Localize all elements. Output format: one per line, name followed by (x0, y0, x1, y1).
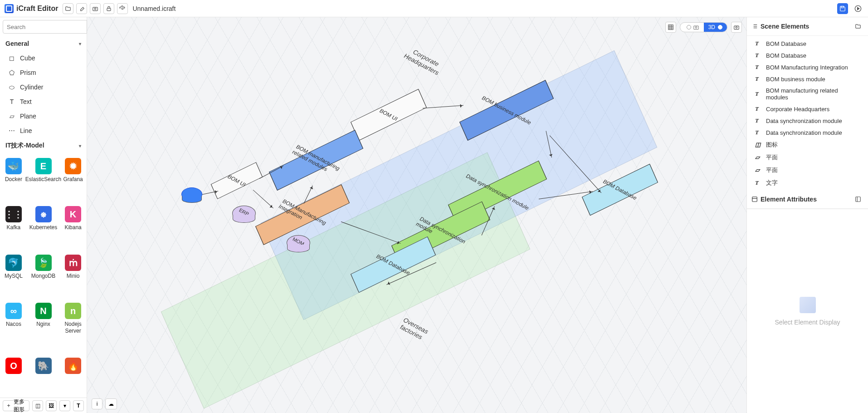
attr-expand-button[interactable] (853, 194, 863, 205)
scene-element-row[interactable]: TBOM manufacturing related modules (747, 85, 868, 103)
model-item-k8s[interactable]: ⎈Kubernetes (25, 204, 61, 250)
save-button[interactable] (837, 3, 848, 14)
model-item-kafka[interactable]: ⋮⋮Kafka (3, 204, 24, 250)
scene-element-row[interactable]: TData synchronization module (747, 127, 868, 138)
svg-point-3 (122, 8, 124, 10)
svg-rect-12 (752, 197, 757, 202)
model-item-pg[interactable]: 🐘 (25, 356, 61, 395)
shape-item-cylinder[interactable]: ⬭Cylinder (0, 80, 87, 94)
elastic-icon: E (35, 158, 52, 174)
scene-element-row[interactable]: TBOM Database (747, 49, 868, 61)
add-shape-button[interactable]: ＋ 更多图形 (3, 400, 29, 411)
model-item-minio[interactable]: ṁMinio (62, 253, 84, 298)
model-item-oracle[interactable]: O (3, 356, 24, 395)
model-item-nodejs[interactable]: nNodejs Server (62, 301, 84, 353)
shape-item-line[interactable]: ⋯Line (0, 123, 87, 138)
model-item-kibana[interactable]: KKibana (62, 204, 84, 250)
zone-hq-label: Corporate Headquarters (402, 46, 445, 76)
dropdown-button[interactable]: ▾ (59, 400, 70, 411)
model-label: MongoDB (31, 273, 55, 279)
block-bom-db-ov[interactable]: BOM Database (355, 253, 432, 276)
svg-rect-8 (693, 26, 698, 30)
scene-element-row[interactable]: ◫图标 (747, 138, 868, 151)
shape-label: Cylinder (20, 84, 43, 91)
play-button[interactable] (853, 3, 863, 14)
shape-item-text[interactable]: TText (0, 94, 87, 109)
view-2d-button[interactable] (680, 23, 704, 32)
search-input[interactable] (3, 20, 87, 34)
model-item-grafana[interactable]: ✹Grafana (62, 156, 84, 202)
canvas-area[interactable]: 3D i ☁ Corporate Headquarters Overseas f… (87, 17, 746, 413)
model-item-nacos[interactable]: ∞Nacos (3, 301, 24, 353)
element-attributes-title: Element Attributes (761, 196, 817, 203)
model-label: Grafana (63, 176, 83, 182)
element-type-icon: ▱ (755, 167, 761, 174)
image-tool-button[interactable]: 🖼 (46, 400, 57, 411)
svg-rect-0 (93, 7, 98, 11)
section-itmodel-header[interactable]: IT技术-Model ▾ (0, 138, 87, 153)
element-label: 平面 (766, 166, 778, 174)
text-tool-button[interactable]: T (73, 400, 84, 411)
element-type-icon: T (755, 40, 761, 47)
block-data-sync-ov[interactable]: Data synchronization module (395, 221, 486, 244)
edit-button[interactable] (76, 3, 87, 14)
model-item-mysql[interactable]: 🐬MySQL (3, 253, 24, 298)
scene-element-row[interactable]: T文字 (747, 177, 868, 189)
scene-element-row[interactable]: TBOM Database (747, 38, 868, 49)
scene-element-row[interactable]: TCorporate Headquarters (747, 103, 868, 115)
scene-element-row[interactable]: ▱平面 (747, 151, 868, 164)
screenshot-button[interactable] (90, 3, 101, 14)
settings-button[interactable] (117, 3, 128, 14)
block-bom-mfg-related[interactable]: BOM manufacturing related modules (273, 149, 359, 172)
cube-tool-button[interactable]: ◫ (32, 400, 43, 411)
scene-element-row[interactable]: TBOM Manufacturing Integration (747, 61, 868, 73)
cyl-erp[interactable]: ERP (232, 206, 256, 221)
cube-icon: ◻ (8, 54, 15, 62)
model-item-elastic[interactable]: EEslasticSearch (25, 156, 61, 202)
k8s-icon: ⎈ (35, 206, 52, 222)
layers-button[interactable]: ☁ (105, 398, 117, 409)
view-3d-button[interactable]: 3D (704, 23, 727, 32)
scene-elements-title: Scene Elements (761, 23, 809, 30)
diagram-scene[interactable]: Corporate Headquarters Overseas factorie… (87, 17, 746, 413)
shape-item-prism[interactable]: ⬠Prism (0, 65, 87, 80)
model-item-nginx[interactable]: NNginx (25, 301, 61, 353)
block-bom-ui-ov[interactable]: BOM UI (214, 172, 259, 190)
open-file-button[interactable] (63, 3, 73, 14)
model-label: EslasticSearch (25, 176, 61, 182)
scene-element-row[interactable]: TData synchronization module (747, 115, 868, 127)
grafana-icon: ✹ (65, 158, 81, 174)
element-type-icon: ◫ (755, 141, 761, 148)
lock-button[interactable] (103, 3, 114, 14)
model-item-docker[interactable]: 🐳Docker (3, 156, 24, 202)
camera-button[interactable] (731, 22, 742, 33)
block-bom-business[interactable]: BOM business module (463, 99, 550, 122)
element-type-icon: T (755, 75, 761, 83)
scene-element-row[interactable]: TBOM business module (747, 73, 868, 85)
svg-rect-7 (668, 25, 673, 30)
more-shapes-label: 更多图形 (11, 398, 26, 413)
svg-point-11 (736, 27, 737, 29)
block-bom-ui-hq[interactable]: BOM UI (355, 103, 423, 126)
model-item-prom[interactable]: 🔥 (62, 356, 84, 395)
shape-item-plane[interactable]: ▱Plane (0, 109, 87, 123)
nginx-icon: N (35, 303, 52, 319)
section-general-header[interactable]: General ▾ (0, 36, 87, 51)
scene-element-row[interactable]: ▱平面 (747, 164, 868, 177)
block-bom-db-hq[interactable]: BOM Database (586, 178, 654, 201)
cyl-ext-icon[interactable] (181, 187, 202, 201)
cylinder-icon: ⬭ (8, 84, 15, 91)
placeholder-icon (800, 297, 816, 313)
shape-label: Text (20, 98, 32, 105)
block-data-sync-hq[interactable]: Data synchronization module (452, 181, 543, 203)
scene-folder-button[interactable] (853, 21, 863, 32)
shape-label: Plane (20, 113, 36, 120)
element-label: Data synchronization module (766, 129, 842, 136)
nodejs-icon: n (65, 303, 81, 319)
cyl-mom[interactable]: MOM (287, 235, 310, 251)
model-item-mongo[interactable]: 🍃MongoDB (25, 253, 61, 298)
model-label: Kibana (64, 224, 81, 231)
shape-item-cube[interactable]: ◻Cube (0, 51, 87, 65)
grid-toggle-button[interactable] (665, 22, 676, 33)
info-button[interactable]: i (92, 398, 102, 409)
